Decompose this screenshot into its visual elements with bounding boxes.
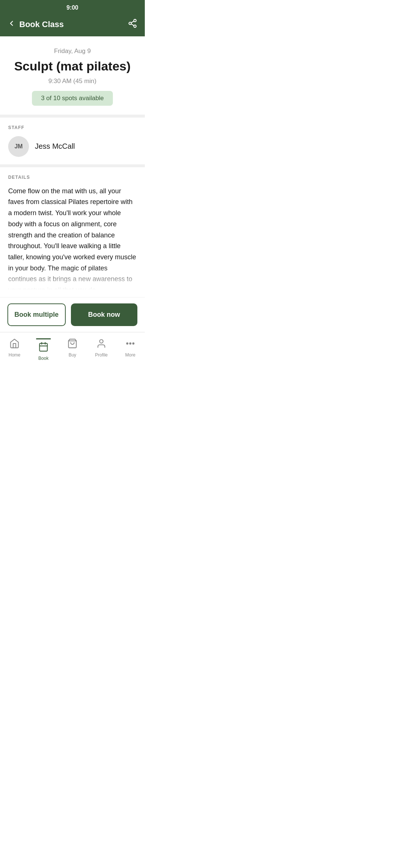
home-icon <box>9 338 20 351</box>
nav-item-more[interactable]: More <box>116 336 145 358</box>
svg-rect-5 <box>40 343 48 351</box>
action-buttons: Book multiple Book now <box>0 297 145 332</box>
nav-label-buy: Buy <box>69 352 76 358</box>
staff-row: JM Jess McCall <box>8 136 137 157</box>
nav-item-home[interactable]: Home <box>0 336 29 358</box>
nav-item-profile[interactable]: Profile <box>87 336 116 358</box>
nav-item-buy[interactable]: Buy <box>58 336 87 358</box>
share-icon[interactable] <box>128 19 137 30</box>
main-content: Friday, Aug 9 Sculpt (mat pilates) 9:30 … <box>0 36 145 297</box>
staff-name: Jess McCall <box>35 142 75 151</box>
staff-section: STAFF JM Jess McCall <box>0 118 145 167</box>
header: Book Class <box>0 14 145 36</box>
nav-active-indicator <box>36 338 51 339</box>
book-multiple-button[interactable]: Book multiple <box>7 303 66 326</box>
buy-icon <box>67 338 78 351</box>
book-now-button[interactable]: Book now <box>71 303 137 326</box>
nav-label-profile: Profile <box>95 352 108 358</box>
details-fade-wrapper: Come flow on the mat with us, all your f… <box>8 186 137 290</box>
header-title: Book Class <box>19 20 64 29</box>
staff-section-label: STAFF <box>8 125 137 130</box>
nav-label-home: Home <box>9 352 20 358</box>
staff-avatar: JM <box>8 136 29 157</box>
class-name: Sculpt (mat pilates) <box>7 59 137 74</box>
svg-point-11 <box>127 343 128 344</box>
class-time: 9:30 AM (45 min) <box>7 78 137 85</box>
details-section: DETAILS Come flow on the mat with us, al… <box>0 167 145 297</box>
bottom-nav: Home Book <box>0 332 145 370</box>
status-time: 9:00 <box>66 4 78 11</box>
svg-point-12 <box>130 343 131 344</box>
nav-label-book: Book <box>38 356 48 361</box>
spots-badge: 3 of 10 spots available <box>32 91 113 106</box>
svg-point-10 <box>100 339 103 343</box>
svg-line-4 <box>131 21 134 23</box>
nav-item-book[interactable]: Book <box>29 336 58 361</box>
svg-point-13 <box>133 343 134 344</box>
nav-label-more: More <box>125 352 135 358</box>
details-section-label: DETAILS <box>8 175 137 180</box>
more-icon <box>125 338 136 351</box>
back-icon <box>7 19 16 30</box>
back-button[interactable]: Book Class <box>7 19 64 30</box>
details-text: Come flow on the mat with us, all your f… <box>8 186 137 290</box>
svg-line-3 <box>131 24 134 26</box>
profile-icon <box>96 338 107 351</box>
class-info-section: Friday, Aug 9 Sculpt (mat pilates) 9:30 … <box>0 36 145 118</box>
status-bar: 9:00 <box>0 0 145 14</box>
book-icon <box>38 342 49 354</box>
class-date: Friday, Aug 9 <box>7 47 137 55</box>
